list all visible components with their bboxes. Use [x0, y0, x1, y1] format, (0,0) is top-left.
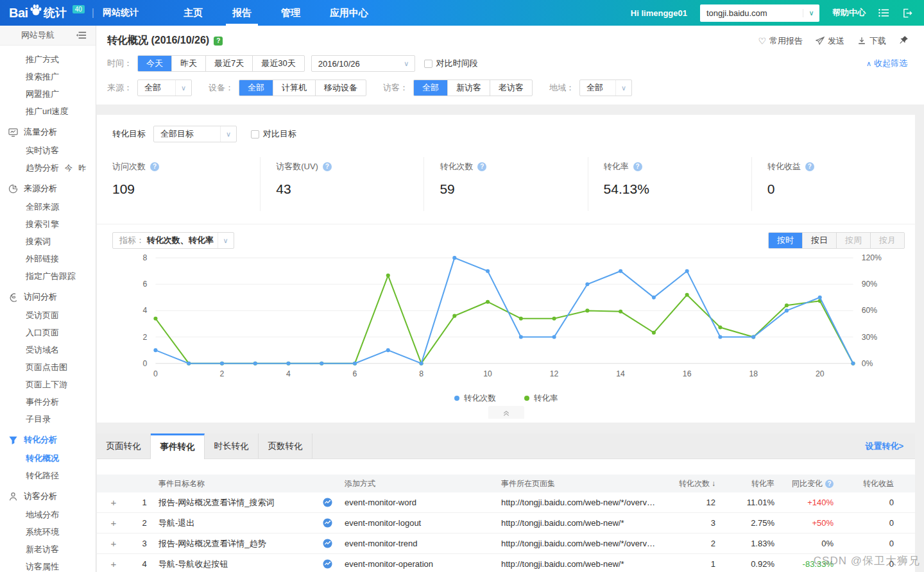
sidebar-item-16[interactable]: 受访域名: [0, 341, 96, 358]
sidebar-item-6[interactable]: 趋势分析今昨: [0, 159, 96, 176]
event-target-name[interactable]: 导航-退出: [158, 517, 323, 529]
col-change[interactable]: 同比变化?: [774, 478, 834, 489]
sidebar-item-22[interactable]: 转化概况: [0, 450, 96, 467]
granularity-button-1[interactable]: 按日: [802, 233, 836, 248]
device-button-0[interactable]: 全部: [239, 80, 273, 96]
legend-item-转化次数[interactable]: 转化次数: [454, 393, 496, 404]
time-range-button-0[interactable]: 今天: [138, 56, 171, 71]
trend-chart-icon[interactable]: [323, 559, 345, 569]
title-help-icon[interactable]: ?: [214, 37, 223, 46]
change-help-icon[interactable]: ?: [825, 480, 834, 488]
sidebar-section-24[interactable]: 访客分析: [0, 487, 96, 506]
sidebar-item-15[interactable]: 入口页面: [0, 324, 96, 341]
row-expand-button[interactable]: +: [97, 517, 130, 528]
time-range-button-3[interactable]: 最近30天: [252, 56, 304, 71]
nav-item-3[interactable]: 应用中心: [327, 0, 371, 26]
time-range-button-1[interactable]: 昨天: [171, 56, 205, 71]
event-target-name[interactable]: 报告-网站概况查看详情_搜索词: [158, 497, 323, 509]
sidebar-item-27[interactable]: 新老访客: [0, 541, 96, 558]
col-pageset[interactable]: 事件所在页面集: [501, 478, 656, 489]
event-pageset-url[interactable]: http://tongji.baidu.com/web-new/*: [501, 518, 656, 528]
row-expand-button[interactable]: +: [97, 559, 130, 569]
sidebar-item-1[interactable]: 搜索推广: [0, 68, 96, 85]
goal-select[interactable]: 全部目标 ∨: [153, 126, 237, 142]
granularity-button-2[interactable]: 按周: [836, 233, 870, 248]
sidebar-item-18[interactable]: 页面上下游: [0, 376, 96, 393]
nav-item-1[interactable]: 报告: [230, 0, 254, 26]
row-expand-button[interactable]: +: [97, 497, 130, 508]
region-select[interactable]: 全部 ∨: [579, 80, 632, 96]
event-target-name[interactable]: 报告-网站概况查看详情_趋势: [158, 538, 323, 550]
sidebar-item-2[interactable]: 网盟推广: [0, 85, 96, 103]
sidebar-item-10[interactable]: 搜索词: [0, 233, 96, 250]
tab-3[interactable]: 页数转化: [259, 433, 312, 458]
sidebar-item-19[interactable]: 事件分析: [0, 393, 96, 410]
sidebar-item-shortcut[interactable]: 昨: [78, 164, 86, 172]
nav-item-2[interactable]: 管理: [278, 0, 303, 26]
sidebar-item-28[interactable]: 访客属性: [0, 558, 96, 572]
compare-time-checkbox[interactable]: [424, 60, 432, 68]
col-rate[interactable]: 转化率: [715, 478, 774, 489]
pin-icon[interactable]: [899, 35, 909, 47]
sidebar-section-4[interactable]: 流量分析: [0, 122, 96, 142]
device-button-2[interactable]: 移动设备: [315, 80, 366, 96]
date-picker[interactable]: 2016/10/26 ∨: [311, 55, 415, 72]
sidebar-section-13[interactable]: 访问分析: [0, 287, 96, 307]
trend-line-chart[interactable]: 00%230%460%690%8120%02468101214161820: [97, 253, 915, 391]
sidebar-section-21[interactable]: 转化分析: [0, 430, 96, 450]
sidebar-item-8[interactable]: 全部来源: [0, 198, 96, 215]
collapse-chart-button[interactable]: [488, 406, 524, 419]
report-action-0[interactable]: ♡常用报告: [758, 35, 803, 47]
list-menu-icon[interactable]: [878, 8, 889, 17]
sidebar-section-7[interactable]: 来源分析: [0, 179, 96, 198]
nav-item-0[interactable]: 主页: [181, 0, 205, 26]
time-range-button-2[interactable]: 最近7天: [205, 56, 252, 71]
sidebar-item-3[interactable]: 推广url速度: [0, 103, 96, 120]
tab-0[interactable]: 页面转化: [97, 433, 151, 458]
device-button-1[interactable]: 计算机: [273, 80, 315, 96]
report-action-2[interactable]: 下载: [857, 35, 886, 47]
legend-item-转化率[interactable]: 转化率: [524, 393, 558, 404]
site-selector-dropdown[interactable]: tongji.baidu.com ∨: [700, 4, 819, 22]
logout-icon[interactable]: [902, 8, 912, 18]
tab-2[interactable]: 时长转化: [205, 433, 259, 458]
event-pageset-url[interactable]: http://tongji.baidu.com/web-new/*/overvi…: [501, 498, 656, 507]
stat-help-icon[interactable]: ?: [805, 162, 814, 171]
user-greeting[interactable]: Hi limengge01: [631, 8, 687, 18]
collapse-filters-link[interactable]: ∧ 收起筛选: [866, 58, 911, 69]
sidebar-item-26[interactable]: 系统环境: [0, 523, 96, 541]
granularity-button-0[interactable]: 按时: [769, 233, 802, 248]
sidebar-item-17[interactable]: 页面点击图: [0, 358, 96, 376]
visitor-button-2[interactable]: 老访客: [490, 80, 532, 96]
sidebar-item-12[interactable]: 指定广告跟踪: [0, 267, 96, 285]
col-conversions[interactable]: 转化次数↓: [656, 478, 715, 489]
sidebar-item-5[interactable]: 实时访客: [0, 142, 96, 159]
sidebar-item-25[interactable]: 地域分布: [0, 506, 96, 523]
sidebar-item-23[interactable]: 转化路径: [0, 467, 96, 484]
col-event-name[interactable]: 事件目标名称: [158, 478, 323, 489]
granularity-button-3[interactable]: 按月: [870, 233, 904, 248]
sidebar-item-11[interactable]: 外部链接: [0, 250, 96, 267]
sidebar-item-shortcut[interactable]: 今: [65, 164, 73, 172]
event-pageset-url[interactable]: http://tongji.baidu.com/web-new/*/overvi…: [501, 539, 656, 548]
source-select[interactable]: 全部 ∨: [137, 80, 192, 96]
report-action-1[interactable]: 发送: [816, 35, 844, 47]
row-expand-button[interactable]: +: [97, 538, 130, 549]
sidebar-item-14[interactable]: 受访页面: [0, 307, 96, 324]
event-target-name[interactable]: 导航-导航收起按钮: [158, 559, 323, 570]
sidebar-item-20[interactable]: 子目录: [0, 410, 96, 428]
help-center-link[interactable]: 帮助中心: [832, 7, 866, 19]
col-method[interactable]: 添加方式: [345, 478, 501, 489]
stat-help-icon[interactable]: ?: [633, 162, 642, 171]
col-revenue[interactable]: 转化收益: [834, 478, 894, 489]
trend-chart-icon[interactable]: [323, 498, 345, 507]
stat-help-icon[interactable]: ?: [477, 162, 486, 171]
visitor-button-1[interactable]: 新访客: [447, 80, 490, 96]
baidu-tongji-logo[interactable]: Bai 统计 40 | 网站统计: [9, 4, 139, 21]
trend-chart-icon[interactable]: [323, 518, 345, 528]
stat-help-icon[interactable]: ?: [323, 162, 332, 171]
sidebar-item-0[interactable]: 推广方式: [0, 51, 96, 68]
set-conversion-link[interactable]: 设置转化>: [865, 441, 915, 452]
compare-goal-checkbox[interactable]: [251, 130, 259, 139]
sidebar-item-9[interactable]: 搜索引擎: [0, 215, 96, 233]
